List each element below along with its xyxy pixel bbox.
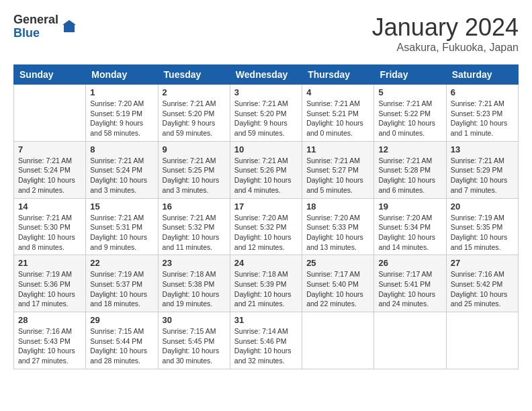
day-info: Sunrise: 7:21 AM Sunset: 5:21 PM Dayligh… bbox=[306, 99, 369, 138]
day-number: 11 bbox=[306, 144, 369, 154]
day-info: Sunrise: 7:21 AM Sunset: 5:28 PM Dayligh… bbox=[378, 156, 441, 195]
weekday-header-wednesday: Wednesday bbox=[230, 65, 302, 85]
calendar-cell: 19Sunrise: 7:20 AM Sunset: 5:34 PM Dayli… bbox=[374, 198, 446, 255]
day-info: Sunrise: 7:21 AM Sunset: 5:31 PM Dayligh… bbox=[90, 213, 153, 253]
day-info: Sunrise: 7:21 AM Sunset: 5:23 PM Dayligh… bbox=[451, 99, 514, 138]
day-info: Sunrise: 7:20 AM Sunset: 5:34 PM Dayligh… bbox=[378, 213, 441, 253]
calendar-cell: 26Sunrise: 7:17 AM Sunset: 5:41 PM Dayli… bbox=[374, 255, 446, 312]
day-number: 17 bbox=[234, 201, 298, 212]
calendar-cell: 17Sunrise: 7:20 AM Sunset: 5:32 PM Dayli… bbox=[230, 198, 302, 255]
day-number: 8 bbox=[90, 144, 153, 154]
calendar-table: SundayMondayTuesdayWednesdayThursdayFrid… bbox=[13, 64, 519, 369]
day-number: 28 bbox=[18, 315, 81, 325]
day-info: Sunrise: 7:21 AM Sunset: 5:29 PM Dayligh… bbox=[451, 156, 514, 195]
day-number: 3 bbox=[234, 87, 298, 97]
week-row-3: 14Sunrise: 7:21 AM Sunset: 5:30 PM Dayli… bbox=[14, 198, 519, 255]
calendar-cell: 16Sunrise: 7:21 AM Sunset: 5:32 PM Dayli… bbox=[158, 198, 230, 255]
week-row-5: 28Sunrise: 7:16 AM Sunset: 5:43 PM Dayli… bbox=[14, 312, 519, 369]
day-info: Sunrise: 7:17 AM Sunset: 5:40 PM Dayligh… bbox=[306, 269, 369, 309]
calendar-cell: 9Sunrise: 7:21 AM Sunset: 5:25 PM Daylig… bbox=[158, 141, 230, 198]
calendar-cell bbox=[446, 312, 518, 369]
day-number: 6 bbox=[451, 87, 514, 97]
calendar-cell: 23Sunrise: 7:18 AM Sunset: 5:38 PM Dayli… bbox=[158, 255, 230, 312]
calendar-cell: 1Sunrise: 7:20 AM Sunset: 5:19 PM Daylig… bbox=[86, 85, 158, 142]
day-number: 15 bbox=[90, 201, 153, 212]
day-number: 21 bbox=[18, 258, 81, 268]
logo-icon bbox=[61, 19, 77, 35]
week-row-2: 7Sunrise: 7:21 AM Sunset: 5:24 PM Daylig… bbox=[14, 141, 519, 198]
calendar-cell: 14Sunrise: 7:21 AM Sunset: 5:30 PM Dayli… bbox=[14, 198, 86, 255]
day-number: 29 bbox=[90, 315, 153, 325]
day-number: 24 bbox=[234, 258, 298, 268]
day-info: Sunrise: 7:21 AM Sunset: 5:26 PM Dayligh… bbox=[234, 156, 298, 195]
day-info: Sunrise: 7:21 AM Sunset: 5:30 PM Dayligh… bbox=[18, 213, 81, 253]
day-info: Sunrise: 7:21 AM Sunset: 5:24 PM Dayligh… bbox=[90, 156, 153, 195]
day-number: 2 bbox=[163, 87, 226, 97]
calendar-cell: 6Sunrise: 7:21 AM Sunset: 5:23 PM Daylig… bbox=[446, 85, 518, 142]
day-number: 23 bbox=[163, 258, 226, 268]
day-info: Sunrise: 7:21 AM Sunset: 5:22 PM Dayligh… bbox=[378, 99, 441, 138]
title-area: January 2024 Asakura, Fukuoka, Japan bbox=[372, 13, 519, 54]
day-number: 30 bbox=[163, 315, 226, 325]
logo-blue: Blue bbox=[13, 27, 58, 40]
logo: General Blue bbox=[13, 13, 77, 40]
calendar-cell: 31Sunrise: 7:14 AM Sunset: 5:46 PM Dayli… bbox=[230, 312, 302, 369]
day-number: 5 bbox=[378, 87, 441, 97]
weekday-header-sunday: Sunday bbox=[14, 65, 86, 85]
calendar-cell bbox=[374, 312, 446, 369]
calendar-cell: 29Sunrise: 7:15 AM Sunset: 5:44 PM Dayli… bbox=[86, 312, 158, 369]
location-subtitle: Asakura, Fukuoka, Japan bbox=[372, 42, 519, 54]
weekday-header-saturday: Saturday bbox=[446, 65, 518, 85]
day-info: Sunrise: 7:14 AM Sunset: 5:46 PM Dayligh… bbox=[234, 326, 298, 366]
calendar-cell: 2Sunrise: 7:21 AM Sunset: 5:20 PM Daylig… bbox=[158, 85, 230, 142]
weekday-header-row: SundayMondayTuesdayWednesdayThursdayFrid… bbox=[14, 65, 519, 85]
day-number: 1 bbox=[90, 87, 153, 97]
calendar-cell: 8Sunrise: 7:21 AM Sunset: 5:24 PM Daylig… bbox=[86, 141, 158, 198]
day-number: 10 bbox=[234, 144, 298, 154]
day-number: 22 bbox=[90, 258, 153, 268]
day-info: Sunrise: 7:21 AM Sunset: 5:27 PM Dayligh… bbox=[306, 156, 369, 195]
day-info: Sunrise: 7:20 AM Sunset: 5:33 PM Dayligh… bbox=[306, 213, 369, 253]
weekday-header-monday: Monday bbox=[86, 65, 158, 85]
calendar-cell: 5Sunrise: 7:21 AM Sunset: 5:22 PM Daylig… bbox=[374, 85, 446, 142]
page-header: General Blue January 2024 Asakura, Fukuo… bbox=[13, 13, 519, 54]
day-info: Sunrise: 7:20 AM Sunset: 5:19 PM Dayligh… bbox=[90, 99, 153, 138]
day-number: 26 bbox=[378, 258, 441, 268]
day-info: Sunrise: 7:19 AM Sunset: 5:37 PM Dayligh… bbox=[90, 269, 153, 309]
day-info: Sunrise: 7:18 AM Sunset: 5:39 PM Dayligh… bbox=[234, 269, 298, 309]
calendar-cell: 3Sunrise: 7:21 AM Sunset: 5:20 PM Daylig… bbox=[230, 85, 302, 142]
day-number: 20 bbox=[451, 201, 514, 212]
day-number: 9 bbox=[163, 144, 226, 154]
calendar-cell: 27Sunrise: 7:16 AM Sunset: 5:42 PM Dayli… bbox=[446, 255, 518, 312]
week-row-4: 21Sunrise: 7:19 AM Sunset: 5:36 PM Dayli… bbox=[14, 255, 519, 312]
day-info: Sunrise: 7:15 AM Sunset: 5:44 PM Dayligh… bbox=[90, 326, 153, 366]
day-info: Sunrise: 7:21 AM Sunset: 5:20 PM Dayligh… bbox=[163, 99, 226, 138]
calendar-cell: 28Sunrise: 7:16 AM Sunset: 5:43 PM Dayli… bbox=[14, 312, 86, 369]
month-title: January 2024 bbox=[372, 13, 519, 42]
day-number: 31 bbox=[234, 315, 298, 325]
calendar-cell bbox=[302, 312, 374, 369]
day-number: 27 bbox=[451, 258, 514, 268]
day-number: 19 bbox=[378, 201, 441, 212]
weekday-header-tuesday: Tuesday bbox=[158, 65, 230, 85]
day-info: Sunrise: 7:16 AM Sunset: 5:42 PM Dayligh… bbox=[451, 269, 514, 309]
calendar-cell: 4Sunrise: 7:21 AM Sunset: 5:21 PM Daylig… bbox=[302, 85, 374, 142]
day-info: Sunrise: 7:18 AM Sunset: 5:38 PM Dayligh… bbox=[163, 269, 226, 309]
day-number: 4 bbox=[306, 87, 369, 97]
weekday-header-thursday: Thursday bbox=[302, 65, 374, 85]
day-number: 7 bbox=[18, 144, 81, 154]
day-info: Sunrise: 7:19 AM Sunset: 5:35 PM Dayligh… bbox=[451, 213, 514, 253]
weekday-header-friday: Friday bbox=[374, 65, 446, 85]
calendar-cell: 24Sunrise: 7:18 AM Sunset: 5:39 PM Dayli… bbox=[230, 255, 302, 312]
day-number: 12 bbox=[378, 144, 441, 154]
day-number: 18 bbox=[306, 201, 369, 212]
calendar-cell: 22Sunrise: 7:19 AM Sunset: 5:37 PM Dayli… bbox=[86, 255, 158, 312]
calendar-cell: 21Sunrise: 7:19 AM Sunset: 5:36 PM Dayli… bbox=[14, 255, 86, 312]
calendar-cell: 7Sunrise: 7:21 AM Sunset: 5:24 PM Daylig… bbox=[14, 141, 86, 198]
calendar-cell: 25Sunrise: 7:17 AM Sunset: 5:40 PM Dayli… bbox=[302, 255, 374, 312]
calendar-cell: 18Sunrise: 7:20 AM Sunset: 5:33 PM Dayli… bbox=[302, 198, 374, 255]
calendar-cell: 12Sunrise: 7:21 AM Sunset: 5:28 PM Dayli… bbox=[374, 141, 446, 198]
day-number: 14 bbox=[18, 201, 81, 212]
day-info: Sunrise: 7:21 AM Sunset: 5:20 PM Dayligh… bbox=[234, 99, 298, 138]
calendar-cell: 15Sunrise: 7:21 AM Sunset: 5:31 PM Dayli… bbox=[86, 198, 158, 255]
